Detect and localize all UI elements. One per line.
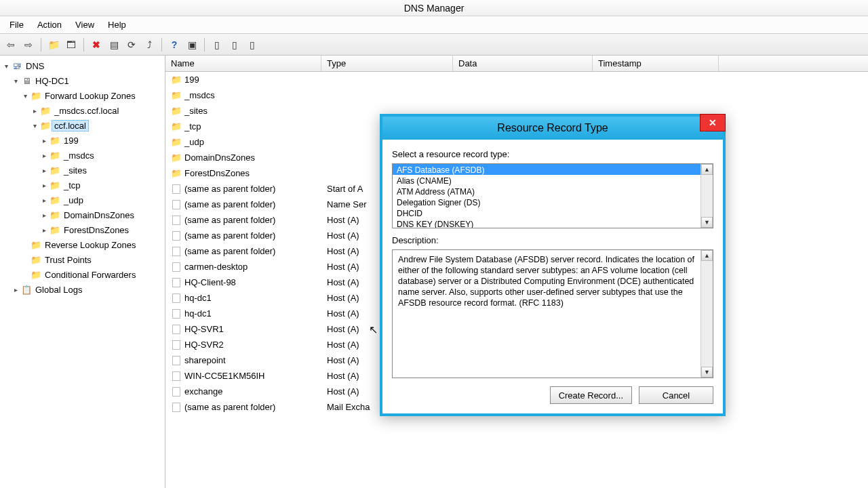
folder-icon: 📁 bbox=[49, 136, 61, 146]
toolbar-separator bbox=[41, 38, 41, 52]
tree-label: _tcp bbox=[61, 180, 83, 191]
tree-node-server[interactable]: ▾ 🖥 HQ-DC1 bbox=[1, 73, 165, 88]
folder-icon: 📁 bbox=[171, 90, 182, 101]
tree-node-global-logs[interactable]: ▸ 📋 Global Logs bbox=[1, 282, 165, 297]
record-icon bbox=[171, 386, 182, 397]
tree-node-udp[interactable]: ▸ 📁 _udp bbox=[1, 192, 165, 207]
zone-icon: 📁 bbox=[39, 121, 52, 131]
chevron-up-icon: ▲ bbox=[704, 166, 710, 173]
menu-help[interactable]: Help bbox=[101, 18, 133, 32]
row-name: (same as parent folder) bbox=[184, 402, 275, 412]
scroll-up-button[interactable]: ▲ bbox=[701, 250, 713, 261]
tree-label: ForestDnsZones bbox=[61, 224, 132, 236]
dialog-title-bar[interactable]: Resource Record Type ✕ bbox=[382, 117, 723, 140]
list-item[interactable]: 📁199 bbox=[165, 72, 868, 87]
forward-button[interactable]: ⇨ bbox=[20, 37, 37, 53]
record-type-option[interactable]: AFS Database (AFSDB) bbox=[393, 164, 701, 175]
column-header-timestamp[interactable]: Timestamp bbox=[593, 56, 719, 71]
menu-view[interactable]: View bbox=[68, 18, 101, 32]
column-header-type[interactable]: Type bbox=[321, 56, 453, 71]
up-button[interactable]: 📁 bbox=[45, 37, 62, 53]
row-name: (same as parent folder) bbox=[184, 199, 275, 209]
export-icon: ⤴ bbox=[147, 39, 152, 50]
tree-node-msdcs-ccf[interactable]: ▸ 📁 _msdcs.ccf.local bbox=[1, 103, 165, 118]
window-title: DNS Manager bbox=[404, 3, 465, 14]
tree-node-forestdnszones[interactable]: ▸ 📁 ForestDnsZones bbox=[1, 222, 165, 237]
expand-icon[interactable]: ▸ bbox=[39, 197, 49, 204]
scroll-track[interactable] bbox=[701, 175, 713, 217]
cancel-button[interactable]: Cancel bbox=[639, 386, 713, 404]
record-type-option[interactable]: Delegation Signer (DS) bbox=[393, 197, 701, 207]
row-name: (same as parent folder) bbox=[184, 215, 275, 225]
close-button[interactable]: ✕ bbox=[700, 114, 726, 131]
new-delegation-button[interactable]: ▯ bbox=[244, 37, 260, 53]
properties-button[interactable]: ▤ bbox=[106, 37, 122, 53]
close-icon: ✕ bbox=[709, 117, 717, 128]
record-icon: ▯ bbox=[232, 39, 237, 50]
export-button[interactable]: ⤴ bbox=[141, 37, 157, 53]
chevron-down-icon: ▼ bbox=[704, 219, 710, 226]
delete-icon: ✖ bbox=[92, 39, 100, 50]
scroll-track[interactable] bbox=[701, 261, 713, 367]
collapse-icon[interactable]: ▾ bbox=[11, 77, 20, 85]
back-button[interactable]: ⇦ bbox=[3, 37, 19, 53]
tree-node-msdcs[interactable]: ▸ 📁 _msdcs bbox=[1, 148, 165, 163]
listbox-scrollbar[interactable]: ▲ ▼ bbox=[701, 164, 713, 228]
expand-icon[interactable]: ▸ bbox=[39, 211, 49, 219]
expand-icon[interactable]: ▸ bbox=[39, 152, 49, 159]
folder-icon: 📁 bbox=[171, 152, 182, 163]
list-item[interactable]: 📁_msdcs bbox=[165, 87, 868, 103]
navigation-tree[interactable]: ▾ 🖳 DNS ▾ 🖥 HQ-DC1 ▾ 📁 Forward Lookup Zo… bbox=[0, 56, 165, 488]
expand-icon[interactable]: ▸ bbox=[11, 286, 20, 293]
tree-node-199[interactable]: ▸ 📁 199 bbox=[1, 133, 165, 148]
record-type-option[interactable]: ATM Address (ATMA) bbox=[393, 186, 701, 197]
refresh-button[interactable]: ⟳ bbox=[123, 37, 140, 53]
scroll-down-button[interactable]: ▼ bbox=[701, 217, 713, 228]
collapse-icon[interactable]: ▾ bbox=[30, 122, 39, 129]
chevron-up-icon: ▲ bbox=[704, 252, 710, 259]
collapse-icon[interactable]: ▾ bbox=[1, 62, 11, 70]
help-button[interactable]: ? bbox=[166, 37, 182, 53]
new-zone-button[interactable]: ▯ bbox=[209, 37, 225, 53]
scroll-down-button[interactable]: ▼ bbox=[701, 367, 713, 378]
logs-icon: 📋 bbox=[20, 285, 33, 295]
record-icon bbox=[171, 230, 182, 241]
tree-label: 199 bbox=[61, 135, 81, 146]
record-type-option[interactable]: DHCID bbox=[393, 207, 701, 218]
tree-node-domaindnszones[interactable]: ▸ 📁 DomainDnsZones bbox=[1, 207, 165, 222]
record-type-option[interactable]: Alias (CNAME) bbox=[393, 175, 701, 186]
tree-node-ccf-local[interactable]: ▾ 📁 ccf.local bbox=[1, 118, 165, 133]
column-header-name[interactable]: Name bbox=[165, 56, 321, 71]
menu-file[interactable]: File bbox=[3, 18, 31, 32]
description-text: Andrew File System Database (AFSDB) serv… bbox=[393, 250, 701, 378]
tree-node-reverse-zones[interactable]: 📁 Reverse Lookup Zones bbox=[1, 237, 165, 252]
expand-icon[interactable]: ▸ bbox=[39, 226, 49, 234]
record-type-listbox[interactable]: AFS Database (AFSDB)Alias (CNAME)ATM Add… bbox=[392, 163, 713, 228]
description-scrollbar[interactable]: ▲ ▼ bbox=[701, 250, 713, 378]
delete-button[interactable]: ✖ bbox=[88, 37, 104, 53]
tree-node-tcp[interactable]: ▸ 📁 _tcp bbox=[1, 178, 165, 192]
record-type-option[interactable]: DNS KEY (DNSKEY) bbox=[393, 218, 701, 228]
new-window-button[interactable]: ▣ bbox=[184, 37, 200, 53]
expand-icon[interactable]: ▸ bbox=[30, 107, 39, 115]
tree-node-dns[interactable]: ▾ 🖳 DNS bbox=[1, 58, 165, 73]
show-hide-tree-button[interactable]: 🗔 bbox=[63, 37, 79, 53]
expand-icon[interactable]: ▸ bbox=[39, 182, 49, 189]
create-record-button[interactable]: Create Record... bbox=[550, 386, 632, 404]
tree-node-sites[interactable]: ▸ 📁 _sites bbox=[1, 163, 165, 178]
expand-icon[interactable]: ▸ bbox=[39, 167, 49, 174]
menu-bar: File Action View Help bbox=[0, 16, 868, 34]
window-title-bar: DNS Manager bbox=[0, 0, 868, 16]
expand-icon[interactable]: ▸ bbox=[39, 137, 49, 144]
resource-record-type-dialog: Resource Record Type ✕ Select a resource… bbox=[380, 114, 726, 416]
new-record-button[interactable]: ▯ bbox=[226, 37, 243, 53]
scroll-up-button[interactable]: ▲ bbox=[701, 164, 713, 175]
record-icon bbox=[171, 184, 182, 195]
tree-node-trust-points[interactable]: 📁 Trust Points bbox=[1, 252, 165, 267]
tree-node-conditional-forwarders[interactable]: 📁 Conditional Forwarders bbox=[1, 267, 165, 282]
tree-node-forward-zones[interactable]: ▾ 📁 Forward Lookup Zones bbox=[1, 88, 165, 103]
menu-action[interactable]: Action bbox=[31, 18, 68, 32]
row-name: _msdcs bbox=[184, 90, 215, 100]
collapse-icon[interactable]: ▾ bbox=[20, 92, 30, 100]
column-header-data[interactable]: Data bbox=[453, 56, 593, 71]
